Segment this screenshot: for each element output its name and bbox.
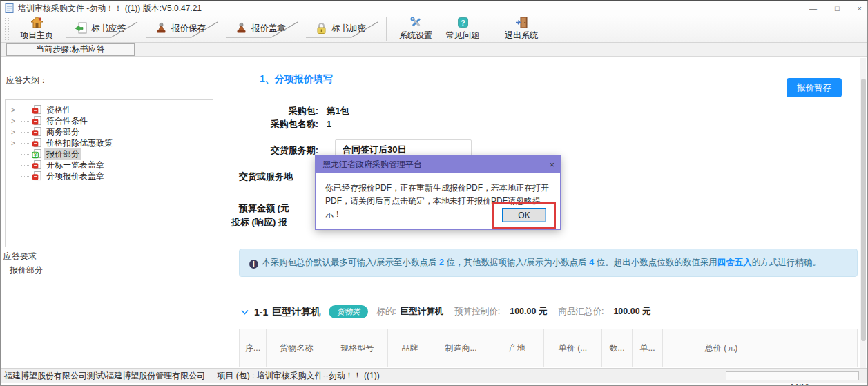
home-button[interactable]: 项目主页 <box>13 16 60 42</box>
tree-item-business[interactable]: > 商务部分 <box>10 126 213 137</box>
status-divider <box>211 371 211 380</box>
red-doc-icon <box>32 171 41 181</box>
respond-doc-icon <box>75 22 88 35</box>
status-company: 福建博望股份有限公司测试\福建博望股份管理有限公司 <box>4 370 205 382</box>
red-doc-icon <box>32 138 41 148</box>
status-project: 项目 (包) : 培训审核采购文件--勿动！！ ((1)) <box>217 370 379 382</box>
quote-save-button[interactable]: 报价保存 <box>140 16 220 42</box>
delivery-address-label: 交货或服务地 <box>239 171 293 183</box>
item-code: 1-1 <box>254 307 268 318</box>
dialog-close-icon[interactable]: × <box>549 160 554 170</box>
quote-table-header: 序... 货物名称 规格型号 品牌 制造商... 产地 单价 (... 数...… <box>239 329 858 367</box>
sidebar: 应答大纲： > 资格性 > 符合性条件 > 商务部分 <box>1 57 229 367</box>
response-outline-tree: > 资格性 > 符合性条件 > 商务部分 > 价格扣除优惠政策 <box>5 99 213 247</box>
delivery-period-label: 交货服务期: <box>230 144 318 157</box>
bid-encrypt-button[interactable]: 标书加密 <box>300 16 380 42</box>
tree-item-label[interactable]: 开标一览表盖章 <box>44 160 106 171</box>
toolbar-label: 标书应答 <box>91 23 126 35</box>
requirement-value: 报价部分 <box>10 264 43 276</box>
tree-connector <box>21 154 30 155</box>
dialog-title: 黑龙江省政府采购管理平台 <box>322 159 549 171</box>
toolbar-label: 报价盖章 <box>251 23 286 35</box>
tree-item-quote-section[interactable]: > ¥ 报价部分 <box>10 148 213 160</box>
scrollbar-thumb[interactable] <box>861 79 866 341</box>
tree-item-itemized-quote-seal[interactable]: > 分项报价表盖章 <box>10 171 213 182</box>
page-indicator: 14/16 <box>790 383 809 386</box>
col-header-origin: 产地 <box>490 329 544 367</box>
minimize-button[interactable]: — <box>809 4 817 12</box>
tree-item-label[interactable]: 价格扣除优惠政策 <box>44 137 115 149</box>
notice-text: 位，其他数据项输入/展示为小数点后 <box>444 258 589 267</box>
budget-control-label: 预算控制价: <box>454 306 500 318</box>
tree-item-qualification[interactable]: > 资格性 <box>10 104 213 115</box>
tree-item-label[interactable]: 符合性条件 <box>44 115 90 127</box>
main-toolbar: 项目主页 标书应答 报价保存 报价盖章 标书加密 系统设置 <box>1 15 867 43</box>
pdf-regenerate-dialog: 黑龙江省政府采购管理平台 × 你已经存报价PDF，正在重新生成报价PDF，若本地… <box>315 155 561 230</box>
col-header-manufacturer: 制造商... <box>432 329 490 367</box>
expander-icon[interactable]: > <box>10 128 17 136</box>
toolbar-label: 报价保存 <box>171 23 206 35</box>
tree-item-conformity[interactable]: > 符合性条件 <box>10 115 213 126</box>
close-button[interactable]: × <box>858 4 862 12</box>
notice-text: 位。超出小数点位数的数值采用 <box>594 258 717 267</box>
red-doc-icon <box>32 127 41 137</box>
red-doc-icon <box>32 105 41 115</box>
quote-stamp-button[interactable]: 报价盖章 <box>220 16 300 42</box>
tree-connector <box>21 176 30 177</box>
tree-item-label[interactable]: 资格性 <box>44 104 73 116</box>
toolbar-label: 项目主页 <box>20 30 53 41</box>
tree-connector <box>21 165 30 166</box>
quote-temp-save-button[interactable]: 报价暂存 <box>787 78 842 97</box>
toolbar-grip <box>5 18 9 40</box>
question-icon: ? <box>456 16 470 29</box>
package-name-value: 1 <box>327 119 331 129</box>
notice-rounding: 四舍五入 <box>717 258 752 267</box>
expander-icon[interactable]: > <box>10 117 17 125</box>
expander-icon[interactable]: > <box>10 106 17 114</box>
exit-door-icon <box>515 16 528 29</box>
system-settings-button[interactable]: 系统设置 <box>392 16 439 42</box>
tree-connector <box>21 143 30 144</box>
col-header-unit: 单... <box>633 329 663 367</box>
decimal-notice-banner: i本采购包总价默认最多可输入/展示至小数点后 2 位，其他数据项输入/展示为小数… <box>239 249 858 277</box>
current-step-tab[interactable]: 当前步骤:标书应答 <box>6 43 135 56</box>
package-label: 采购包: <box>230 105 318 117</box>
expander-icon[interactable]: > <box>10 139 17 147</box>
tree-item-opening-list-seal[interactable]: > 开标一览表盖章 <box>10 160 213 171</box>
toolbar-label: 常见问题 <box>446 30 479 41</box>
bid-respond-button[interactable]: 标书应答 <box>60 16 140 42</box>
tree-connector <box>21 121 30 122</box>
requirement-label: 应答要求 <box>3 251 37 262</box>
exit-system-button[interactable]: 退出系统 <box>498 16 545 42</box>
notice-decimal-2: 2 <box>439 258 444 267</box>
vertical-scrollbar[interactable] <box>860 58 866 368</box>
sum-price-label: 商品汇总价: <box>558 306 604 318</box>
window-title: 培训审核采购文件 -勿动！！ ((1)) 版本:V5.0.47.21 <box>18 3 809 15</box>
faq-button[interactable]: ? 常见问题 <box>439 16 486 42</box>
app-icon <box>5 3 14 13</box>
col-header-quantity: 数... <box>602 329 633 367</box>
ok-button[interactable]: OK <box>502 208 546 222</box>
tree-item-label[interactable]: 分项报价表盖章 <box>44 171 106 182</box>
col-header-filler <box>780 329 858 367</box>
red-doc-icon <box>32 160 41 170</box>
col-header-seq: 序... <box>239 329 267 367</box>
stamp-icon <box>235 22 248 35</box>
tools-icon <box>409 16 423 29</box>
tree-item-price-deduction[interactable]: > 价格扣除优惠政策 <box>10 137 213 148</box>
tree-item-label[interactable]: 商务部分 <box>44 126 81 138</box>
col-header-spec-model: 规格型号 <box>327 329 388 367</box>
target-label: 标的: <box>376 306 396 318</box>
yen-doc-icon: ¥ <box>32 149 41 159</box>
tree-item-label[interactable]: 报价部分 <box>44 148 81 160</box>
chevron-down-icon[interactable] <box>241 309 249 315</box>
budget-amount-label: 预算金额 (元 <box>239 202 289 215</box>
dialog-title-bar[interactable]: 黑龙江省政府采购管理平台 × <box>316 156 560 173</box>
bid-quote-label: 投标 (响应) 报 <box>231 216 287 229</box>
svg-text:?: ? <box>461 19 465 27</box>
lock-icon <box>315 22 328 35</box>
red-doc-icon <box>32 116 41 126</box>
step-tab-row: 当前步骤:标书应答 <box>1 43 867 57</box>
notice-text: 本采购包总价默认最多可输入/展示至小数点后 <box>262 258 439 267</box>
maximize-button[interactable]: □ <box>835 4 840 12</box>
